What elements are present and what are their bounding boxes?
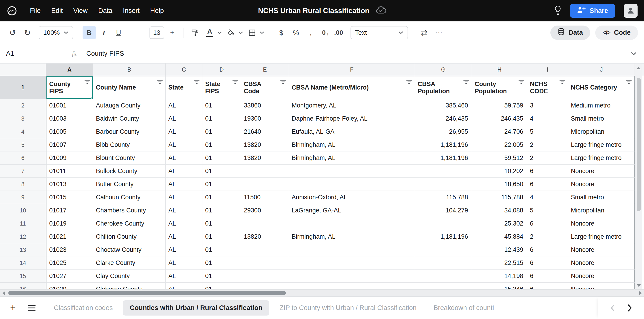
cell-F2[interactable]: Montgomery, AL bbox=[289, 99, 415, 112]
cell-D7[interactable]: 01 bbox=[202, 165, 241, 178]
cell-B13[interactable]: Choctaw County bbox=[93, 243, 166, 256]
sheet-tab-4[interactable]: Breakdown of counti bbox=[427, 300, 501, 315]
filter-icon[interactable] bbox=[232, 79, 238, 86]
app-logo-icon[interactable] bbox=[6, 5, 18, 16]
cell-C2[interactable]: AL bbox=[166, 99, 202, 112]
cell-J3[interactable]: Small metro bbox=[568, 112, 635, 125]
cell-G13[interactable] bbox=[415, 243, 472, 256]
cell-A16[interactable]: 01029 bbox=[46, 283, 93, 289]
cell-F13[interactable] bbox=[289, 243, 415, 256]
share-button[interactable]: Share bbox=[570, 4, 615, 18]
cell-G15[interactable] bbox=[415, 269, 472, 283]
sheet-tab-2[interactable]: Counties with Urban / Rural Classificati… bbox=[123, 300, 269, 315]
cell-J2[interactable]: Medium metro bbox=[568, 99, 635, 112]
cell-A12[interactable]: 01021 bbox=[46, 230, 93, 243]
row-number-5[interactable]: 5 bbox=[0, 138, 46, 151]
cell-C4[interactable]: AL bbox=[166, 125, 202, 138]
cell-I4[interactable]: 5 bbox=[527, 125, 568, 138]
row-number-11[interactable]: 11 bbox=[0, 217, 46, 230]
cell-A9[interactable]: 01015 bbox=[46, 191, 93, 204]
cell-C9[interactable]: AL bbox=[166, 191, 202, 204]
cell-E4[interactable]: 21640 bbox=[241, 125, 289, 138]
cell-A5[interactable]: 01007 bbox=[46, 138, 93, 151]
grid-corner[interactable] bbox=[0, 64, 46, 76]
cell-B6[interactable]: Blount County bbox=[93, 151, 166, 165]
tabs-scroll-left-button[interactable] bbox=[607, 303, 618, 313]
cell-B8[interactable]: Butler County bbox=[93, 178, 166, 191]
scroll-right-button[interactable] bbox=[637, 289, 644, 297]
header-cell-A1[interactable]: County FIPS bbox=[46, 76, 93, 99]
cell-E7[interactable] bbox=[241, 165, 289, 178]
cell-E6[interactable]: 13820 bbox=[241, 151, 289, 165]
column-header-E[interactable]: E bbox=[241, 64, 289, 76]
cell-B16[interactable]: Cleburne County bbox=[93, 283, 166, 289]
row-number-10[interactable]: 10 bbox=[0, 204, 46, 217]
cell-F11[interactable] bbox=[289, 217, 415, 230]
cell-I14[interactable]: 6 bbox=[527, 256, 568, 269]
cell-A10[interactable]: 01017 bbox=[46, 204, 93, 217]
cell-B4[interactable]: Barbour County bbox=[93, 125, 166, 138]
column-header-B[interactable]: B bbox=[93, 64, 166, 76]
horizontal-scroll-thumb[interactable] bbox=[8, 291, 286, 295]
column-header-C[interactable]: C bbox=[166, 64, 202, 76]
cell-G12[interactable]: 1,181,196 bbox=[415, 230, 472, 243]
cell-G9[interactable]: 115,788 bbox=[415, 191, 472, 204]
cell-A7[interactable]: 01011 bbox=[46, 165, 93, 178]
cell-E2[interactable]: 33860 bbox=[241, 99, 289, 112]
cell-D3[interactable]: 01 bbox=[202, 112, 241, 125]
row-number-13[interactable]: 13 bbox=[0, 243, 46, 256]
cell-H13[interactable]: 12,439 bbox=[472, 243, 527, 256]
cell-H2[interactable]: 59,759 bbox=[472, 99, 527, 112]
cell-C10[interactable]: AL bbox=[166, 204, 202, 217]
cell-H9[interactable]: 115,788 bbox=[472, 191, 527, 204]
sheet-tab-1[interactable]: Classification codes bbox=[47, 300, 120, 315]
filter-icon[interactable] bbox=[406, 79, 412, 86]
cell-B7[interactable]: Bullock County bbox=[93, 165, 166, 178]
menu-edit[interactable]: Edit bbox=[47, 4, 68, 17]
cell-B2[interactable]: Autauga County bbox=[93, 99, 166, 112]
cell-I12[interactable]: 2 bbox=[527, 230, 568, 243]
add-sheet-button[interactable]: + bbox=[6, 301, 19, 314]
cell-F8[interactable] bbox=[289, 178, 415, 191]
filter-icon[interactable] bbox=[518, 79, 525, 86]
cell-C3[interactable]: AL bbox=[166, 112, 202, 125]
cell-J12[interactable]: Large fringe metro bbox=[568, 230, 635, 243]
cell-H8[interactable]: 18,650 bbox=[472, 178, 527, 191]
cell-F14[interactable] bbox=[289, 256, 415, 269]
cell-E15[interactable] bbox=[241, 269, 289, 283]
cell-G3[interactable]: 246,435 bbox=[415, 112, 472, 125]
undo-button[interactable]: ↺ bbox=[6, 26, 19, 39]
cell-A2[interactable]: 01001 bbox=[46, 99, 93, 112]
underline-button[interactable]: U bbox=[112, 26, 125, 39]
cell-I10[interactable]: 5 bbox=[527, 204, 568, 217]
cell-H15[interactable]: 14,198 bbox=[472, 269, 527, 283]
cell-H6[interactable]: 59,512 bbox=[472, 151, 527, 165]
row-number-9[interactable]: 9 bbox=[0, 191, 46, 204]
document-title[interactable]: NCHS Urban Rural Classification bbox=[258, 7, 370, 15]
filter-icon[interactable] bbox=[157, 79, 163, 86]
cell-I7[interactable]: 6 bbox=[527, 165, 568, 178]
cell-E5[interactable]: 13820 bbox=[241, 138, 289, 151]
cell-E14[interactable] bbox=[241, 256, 289, 269]
scroll-up-button[interactable] bbox=[635, 64, 642, 72]
cell-I2[interactable]: 3 bbox=[527, 99, 568, 112]
cell-B10[interactable]: Chambers County bbox=[93, 204, 166, 217]
header-cell-D1[interactable]: State FIPS bbox=[202, 76, 241, 99]
cell-C5[interactable]: AL bbox=[166, 138, 202, 151]
cell-F15[interactable] bbox=[289, 269, 415, 283]
fill-color-dropdown[interactable] bbox=[238, 26, 244, 39]
cell-J6[interactable]: Large fringe metro bbox=[568, 151, 635, 165]
formula-input[interactable]: County FIPS bbox=[86, 50, 124, 57]
header-cell-F1[interactable]: CBSA Name (Metro/Micro) bbox=[289, 76, 415, 99]
number-format-dropdown[interactable]: Text bbox=[350, 26, 408, 39]
cell-F6[interactable]: Birmingham, AL bbox=[289, 151, 415, 165]
cell-J8[interactable]: Noncore bbox=[568, 178, 635, 191]
column-header-D[interactable]: D bbox=[202, 64, 241, 76]
cell-E10[interactable]: 29300 bbox=[241, 204, 289, 217]
column-header-I[interactable]: I bbox=[527, 64, 568, 76]
cell-J7[interactable]: Noncore bbox=[568, 165, 635, 178]
row-number-3[interactable]: 3 bbox=[0, 112, 46, 125]
cell-D10[interactable]: 01 bbox=[202, 204, 241, 217]
fill-color-button[interactable] bbox=[224, 26, 238, 39]
cell-H16[interactable]: 15,346 bbox=[472, 283, 527, 289]
